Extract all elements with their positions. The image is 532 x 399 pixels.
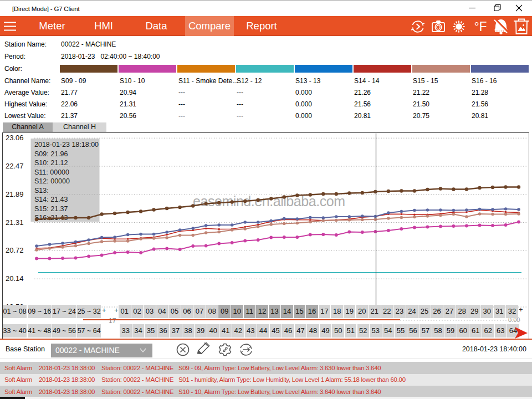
svg-text:°F: °F: [474, 19, 487, 34]
